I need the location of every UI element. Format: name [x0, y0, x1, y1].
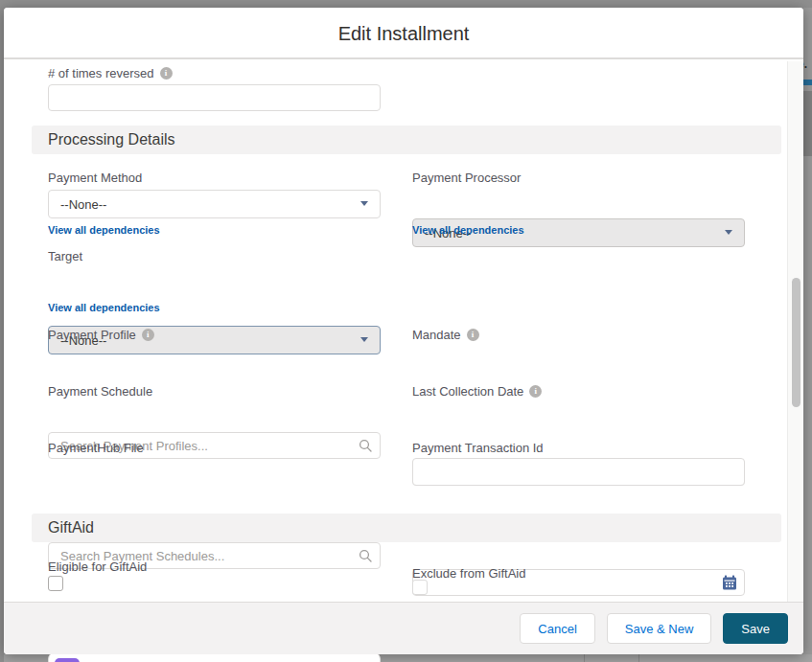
field-label-text: Exclude from GiftAid [412, 566, 526, 581]
field-label-text: Eligible for GiftAid [48, 559, 147, 574]
mandate-label: Mandate i [412, 328, 479, 342]
chevron-down-icon [360, 201, 368, 206]
eligible-giftaid-label: Eligible for GiftAid [48, 559, 147, 574]
section-giftaid: GiftAid [32, 514, 781, 542]
info-icon[interactable]: i [529, 385, 542, 398]
payment-profile-label: Payment Profile i [48, 328, 154, 342]
screen: e. Mandates Edit Installment # of times … [0, 0, 812, 662]
field-label-text: Payment Schedule [48, 384, 152, 399]
chevron-down-icon [360, 337, 368, 342]
background-table-divider [584, 654, 585, 662]
field-label-text: Payment Transaction Id [412, 441, 544, 455]
field-label-text: Last Collection Date [412, 384, 523, 399]
exclude-giftaid-label: Exclude from GiftAid [412, 566, 526, 581]
save-and-new-button[interactable]: Save & New [607, 613, 712, 644]
paymenthub-file-label: PaymentHub File [48, 441, 144, 455]
info-icon[interactable]: i [467, 329, 479, 341]
info-icon[interactable]: i [142, 329, 154, 341]
section-processing-details: Processing Details [32, 126, 781, 154]
search-icon [359, 549, 372, 562]
search-icon [359, 439, 372, 452]
info-icon[interactable]: i [160, 67, 173, 80]
payment-method-dependencies-link[interactable]: View all dependencies [48, 224, 160, 236]
field-label-text: Payment Profile [48, 328, 136, 342]
modal-footer: Cancel Save & New Save [4, 602, 803, 654]
field-label-text: PaymentHub File [48, 441, 144, 455]
modal-header: Edit Installment [4, 8, 803, 59]
section-title: GiftAid [48, 519, 94, 536]
field-label-text: Payment Processor [412, 171, 521, 185]
edit-installment-modal: Edit Installment # of times reversed i P… [4, 8, 803, 654]
field-label-text: Payment Method [48, 171, 142, 185]
payment-transaction-id-label: Payment Transaction Id [412, 441, 544, 455]
save-button[interactable]: Save [723, 613, 788, 644]
field-label-text: Target [48, 249, 82, 263]
cancel-button[interactable]: Cancel [520, 613, 594, 644]
custom-object-icon [55, 658, 80, 662]
background-fragment [803, 91, 812, 156]
background-tab-underline [803, 80, 812, 85]
payment-transaction-id-input[interactable] [412, 458, 745, 486]
section-title: Processing Details [48, 131, 175, 148]
field-label-text: Mandate [412, 328, 461, 342]
exclude-giftaid-checkbox[interactable] [412, 580, 428, 595]
calendar-icon[interactable] [722, 575, 737, 590]
chevron-down-icon [725, 230, 732, 235]
field-label-text: # of times reversed [48, 66, 154, 80]
eligible-giftaid-checkbox[interactable] [48, 576, 63, 591]
page-title: Edit Installment [4, 8, 803, 59]
times-reversed-input[interactable] [48, 84, 381, 111]
times-reversed-label: # of times reversed i [48, 66, 173, 80]
dropdown-value: --None-- [60, 197, 106, 212]
background-table-divider [638, 654, 639, 662]
target-dependencies-link[interactable]: View all dependencies [48, 302, 160, 313]
payment-processor-dependencies-link[interactable]: View all dependencies [412, 224, 524, 236]
modal-scrollbar-thumb[interactable] [792, 278, 800, 407]
payment-schedule-label: Payment Schedule [48, 384, 152, 399]
target-label: Target [48, 249, 82, 263]
payment-processor-label: Payment Processor [412, 171, 521, 185]
background-clipped-text: e. [803, 57, 807, 71]
modal-scrollbar-track[interactable] [787, 61, 803, 602]
last-collection-date-label: Last Collection Date i [412, 384, 542, 399]
payment-method-dropdown[interactable]: --None-- [48, 190, 381, 218]
payment-method-label: Payment Method [48, 171, 142, 185]
